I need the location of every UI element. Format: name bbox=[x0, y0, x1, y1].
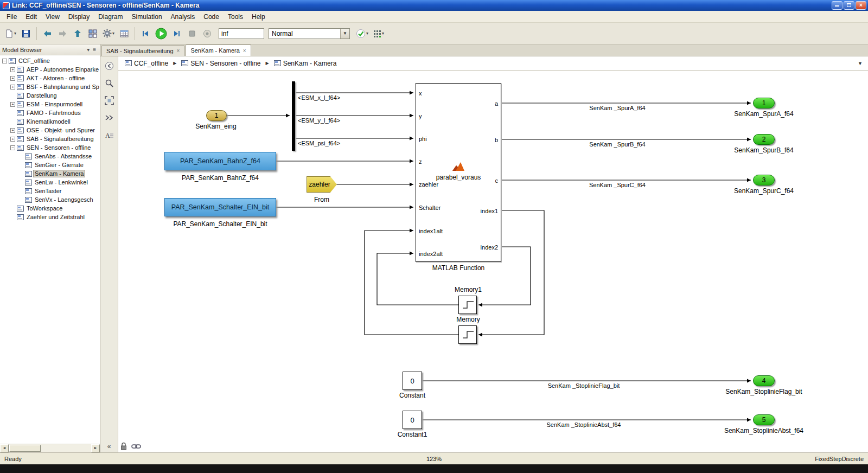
expand-icon[interactable]: + bbox=[10, 76, 15, 81]
param-block-bahnz[interactable]: PAR_SenKam_BahnZ_f64 bbox=[164, 152, 276, 170]
up-button[interactable] bbox=[71, 26, 85, 41]
diagram-canvas[interactable]: 1 SenKam_eing <ESM_x_l_f64> <ESM_y_l_f64… bbox=[118, 71, 868, 452]
back-view-button[interactable] bbox=[103, 60, 115, 72]
outport-block[interactable]: 5 bbox=[753, 414, 775, 425]
outport-block[interactable]: 1 bbox=[753, 98, 775, 108]
collapse-icon[interactable]: − bbox=[10, 145, 15, 150]
menu-display[interactable]: Display bbox=[64, 12, 94, 22]
tree-item-kinematikmodell[interactable]: Kinematikmodell bbox=[0, 117, 100, 126]
matlab-function-block[interactable]: x y phi z zaehler Schalter index1alt ind… bbox=[416, 83, 501, 262]
lock-icon[interactable] bbox=[120, 442, 127, 450]
constant-block[interactable]: 0 bbox=[403, 372, 422, 390]
tree-item-darstellung[interactable]: Darstellung bbox=[0, 91, 100, 100]
forward-button[interactable] bbox=[55, 26, 69, 41]
menu-simulation[interactable]: Simulation bbox=[127, 12, 167, 22]
scroll-right-icon[interactable]: ► bbox=[91, 444, 100, 452]
tree-item-sen-sensoren-offline[interactable]: −SEN - Sensoren - offline bbox=[0, 143, 100, 152]
signal-direction-button[interactable] bbox=[103, 112, 115, 124]
constant-block[interactable]: 0 bbox=[403, 411, 422, 429]
outport-block[interactable]: 3 bbox=[753, 175, 775, 186]
menu-diagram[interactable]: Diagram bbox=[94, 12, 127, 22]
tree-item-zaehler-und-zeitstrahl[interactable]: Zaehler und Zeitstrahl bbox=[0, 213, 100, 221]
memory-block[interactable] bbox=[458, 296, 477, 314]
chevron-down-icon[interactable]: ▼ bbox=[340, 29, 349, 39]
breadcrumb-expand-icon[interactable]: ▼ bbox=[858, 61, 865, 66]
expander-spacer bbox=[10, 215, 15, 220]
tree-item-esm-einspurmodell[interactable]: +ESM - Einspurmodell bbox=[0, 100, 100, 108]
tree-item-famo-fahrtmodus[interactable]: FAMO - Fahrtmodus bbox=[0, 108, 100, 117]
step-back-icon bbox=[141, 29, 150, 38]
expand-icon[interactable]: + bbox=[10, 128, 15, 133]
tree-item-ccf-offline[interactable]: −CCF_offline bbox=[0, 56, 100, 65]
breadcrumb-item-senkam-kamera[interactable]: SenKam - Kamera bbox=[272, 59, 339, 68]
annotation-button[interactable]: A bbox=[103, 129, 115, 141]
sim-mode-dropdown[interactable]: Normal ▼ bbox=[269, 28, 350, 39]
step-forward-button[interactable] bbox=[170, 26, 184, 41]
step-back-button[interactable] bbox=[138, 26, 152, 41]
fit-to-view-button[interactable] bbox=[103, 94, 115, 106]
run-button[interactable] bbox=[154, 26, 169, 41]
menu-view[interactable]: View bbox=[41, 12, 64, 22]
update-diagram-button[interactable]: ▾ bbox=[354, 26, 370, 41]
expand-icon[interactable]: + bbox=[10, 102, 15, 107]
inport-block[interactable]: 1 bbox=[206, 110, 227, 121]
panel-horizontal-scrollbar[interactable]: ◄ ► bbox=[0, 444, 100, 452]
from-block-caption: From bbox=[307, 196, 337, 203]
new-model-button[interactable]: ▾ bbox=[3, 26, 18, 41]
tree-item-akt-aktoren-offline[interactable]: +AKT - Aktoren - offline bbox=[0, 74, 100, 82]
build-button[interactable]: ▾ bbox=[371, 26, 386, 41]
collapse-palette-icon[interactable]: « bbox=[100, 443, 118, 450]
tree-item-senvx-laengsgesch[interactable]: SenVx - Laengsgesch bbox=[0, 195, 100, 204]
param-block-schalter[interactable]: PAR_SenKam_Schalter_EIN_bit bbox=[164, 198, 276, 216]
memory-block[interactable] bbox=[458, 325, 477, 344]
tree-item-toworkspace[interactable]: ToWorkspace bbox=[0, 204, 100, 213]
tree-item-sentaster[interactable]: SenTaster bbox=[0, 187, 100, 195]
sim-stop-time-input[interactable] bbox=[219, 28, 264, 39]
panel-options-icon[interactable]: ≡ bbox=[91, 47, 98, 53]
collapse-icon[interactable]: − bbox=[2, 59, 7, 63]
tree-item-sengier-gierrate[interactable]: SenGier - Gierrate bbox=[0, 161, 100, 169]
tree-item-senabs-abstandsse[interactable]: SenAbs - Abstandsse bbox=[0, 152, 100, 161]
expand-icon[interactable]: + bbox=[10, 67, 15, 72]
save-button[interactable] bbox=[19, 26, 33, 41]
record-button[interactable] bbox=[200, 26, 214, 41]
menu-file[interactable]: File bbox=[2, 12, 21, 22]
expand-icon[interactable]: + bbox=[10, 137, 15, 142]
menu-analysis[interactable]: Analysis bbox=[167, 12, 200, 22]
menu-code[interactable]: Code bbox=[199, 12, 224, 22]
breadcrumb-item-ccf-offline[interactable]: CCF_offline bbox=[123, 59, 170, 68]
stop-button[interactable] bbox=[185, 26, 199, 41]
tree-item-senlw-lenkwinkel[interactable]: SenLw - Lenkwinkel bbox=[0, 178, 100, 187]
zoom-button[interactable] bbox=[103, 77, 115, 89]
close-button[interactable]: × bbox=[856, 1, 866, 10]
model-explorer-button[interactable] bbox=[117, 26, 131, 41]
configuration-button[interactable]: ▾ bbox=[101, 26, 116, 41]
tab-close-icon[interactable]: × bbox=[243, 48, 246, 54]
link-icon[interactable] bbox=[131, 443, 141, 450]
outport-block[interactable]: 2 bbox=[753, 134, 775, 145]
scrollbar-thumb[interactable] bbox=[9, 445, 41, 452]
minimize-button[interactable] bbox=[832, 1, 843, 10]
tree-item-sab-signalaufbereitung[interactable]: +SAB - Signalaufbereitung bbox=[0, 135, 100, 143]
menu-edit[interactable]: Edit bbox=[21, 12, 41, 22]
bus-selector-block[interactable] bbox=[292, 81, 295, 151]
outport-block[interactable]: 4 bbox=[753, 375, 775, 386]
sim-mode-value: Normal bbox=[269, 30, 340, 37]
panel-menu-icon[interactable]: ▾ bbox=[85, 47, 91, 53]
menu-tools[interactable]: Tools bbox=[224, 12, 247, 22]
tree-item-bsf-bahnplanung-und-sp[interactable]: +BSF - Bahnplanung und Sp bbox=[0, 82, 100, 91]
library-browser-button[interactable] bbox=[86, 26, 100, 41]
tree-item-aep-autonomes-einparke[interactable]: +AEP - Autonomes Einparke bbox=[0, 65, 100, 74]
tab-sab-signalaufbereitung[interactable]: SAB - Signalaufbereitung× bbox=[101, 45, 184, 56]
tab-close-icon[interactable]: × bbox=[177, 48, 180, 54]
back-button[interactable] bbox=[40, 26, 54, 41]
tab-senkam-kamera[interactable]: SenKam - Kamera× bbox=[186, 44, 251, 56]
menu-help[interactable]: Help bbox=[247, 12, 270, 22]
expand-icon[interactable]: + bbox=[10, 85, 15, 90]
breadcrumb-item-sen-sensoren-offline[interactable]: SEN - Sensoren - offline bbox=[180, 59, 262, 68]
tree-item-senkam-kamera[interactable]: SenKam - Kamera bbox=[0, 169, 100, 178]
scroll-left-icon[interactable]: ◄ bbox=[0, 444, 9, 452]
maximize-button[interactable] bbox=[844, 1, 854, 10]
expander-spacer bbox=[10, 111, 15, 116]
tree-item-ose-objekt-und-spurer[interactable]: +OSE - Objekt- und Spurer bbox=[0, 126, 100, 135]
